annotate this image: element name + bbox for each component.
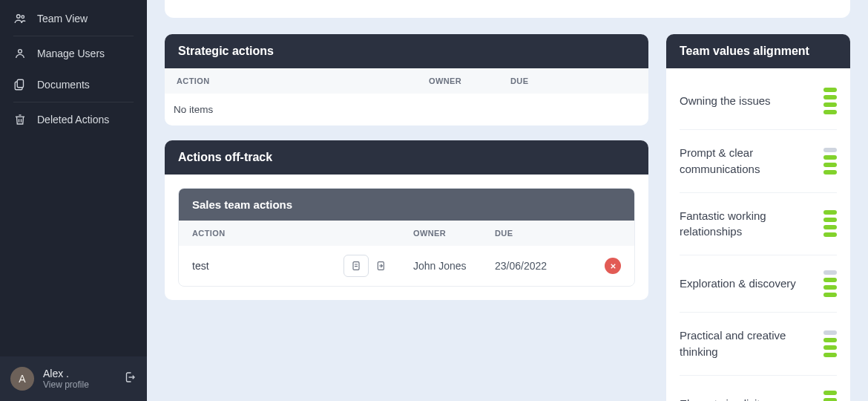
col-action: ACTION [177,76,429,85]
note-icon-button[interactable] [343,255,369,277]
move-icon-button[interactable] [369,255,394,277]
value-item[interactable]: Fantastic working relationships [680,193,837,256]
logout-icon[interactable] [123,371,137,387]
value-label: Fantastic working relationships [680,208,815,241]
value-label: Exploration & discovery [680,276,796,292]
panel-title: Team values alignment [666,34,850,68]
value-bars [823,330,837,357]
value-item[interactable]: Exploration & discovery [680,255,837,313]
main-content: Strategic actions ACTION OWNER DUE No it… [147,0,868,401]
sidebar-footer: A Alex . View profile [0,356,147,401]
svg-point-2 [19,50,22,53]
col-due: DUE [510,76,592,85]
sidebar-item-label: Deleted Actions [37,114,109,125]
col-due: DUE [495,229,576,238]
value-bars [823,148,837,175]
action-text: test [192,260,336,272]
team-values-panel: Team values alignment Owning the issuesP… [666,34,850,401]
users-group-icon [13,12,27,25]
summary-card [165,0,850,18]
svg-point-1 [22,16,24,19]
svg-rect-4 [353,262,359,270]
sidebar-item-team-view[interactable]: Team View [7,3,139,34]
view-profile-link: View profile [43,379,114,390]
table-row[interactable]: test John Jones 23/06 [179,246,634,286]
user-meta[interactable]: Alex . View profile [43,368,114,391]
panel-title: Strategic actions [165,34,648,68]
panel-title: Actions off-track [165,140,648,175]
actions-off-track-panel: Actions off-track Sales team actions ACT… [165,140,648,300]
value-label: Owning the issues [680,93,771,109]
strategic-actions-panel: Strategic actions ACTION OWNER DUE No it… [165,34,648,125]
sidebar-item-deleted-actions[interactable]: Deleted Actions [7,104,139,135]
value-bars [823,391,837,402]
sidebar: Team View Manage Users Documents [0,0,147,401]
sidebar-item-documents[interactable]: Documents [7,69,139,100]
divider [13,102,134,102]
sidebar-item-label: Manage Users [37,48,105,59]
due-cell: 23/06/2022 [495,260,576,272]
avatar[interactable]: A [10,367,34,391]
value-item[interactable]: Practical and creative thinking [680,313,837,376]
user-icon [13,47,27,60]
value-label: Prompt & clear communications [680,145,815,177]
sidebar-item-label: Team View [37,13,88,25]
sub-panel-title: Sales team actions [179,189,634,221]
documents-icon [13,78,27,91]
sales-team-actions-panel: Sales team actions ACTION OWNER DUE test [178,188,635,287]
trash-icon [13,113,27,126]
sidebar-item-label: Documents [37,79,90,91]
value-bars [823,270,837,297]
divider [13,36,134,36]
sidebar-item-manage-users[interactable]: Manage Users [7,38,139,69]
value-bars [823,88,837,114]
svg-point-0 [17,15,21,19]
col-action: ACTION [192,229,369,238]
value-bars [823,210,837,237]
remove-action-button[interactable] [605,258,621,274]
empty-state: No items [165,94,648,125]
value-label: Practical and creative thinking [680,327,815,360]
owner-cell: John Jones [413,260,495,272]
value-item[interactable]: Elegant simplicity [680,376,837,402]
col-owner: OWNER [413,229,495,238]
value-item[interactable]: Prompt & clear communications [680,130,837,193]
user-name: Alex . [43,368,114,380]
value-label: Elegant simplicity [680,396,766,401]
table-header: ACTION OWNER DUE [165,68,648,94]
svg-rect-3 [17,79,23,88]
col-owner: OWNER [429,76,510,85]
sidebar-nav: Team View Manage Users Documents [0,0,147,135]
table-header: ACTION OWNER DUE [179,221,634,246]
value-item[interactable]: Owning the issues [680,73,837,130]
